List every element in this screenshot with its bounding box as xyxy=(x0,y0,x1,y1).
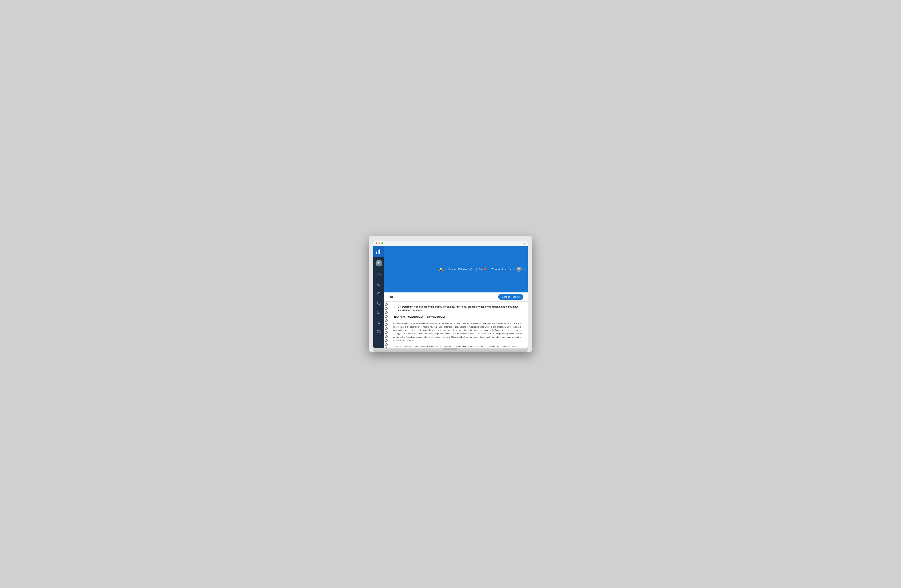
divider-2: | xyxy=(476,268,477,271)
sidebar-item-notes[interactable] xyxy=(375,318,383,326)
header-user-avatar[interactable]: JS xyxy=(516,267,522,272)
spiral-ring xyxy=(385,307,388,310)
sidebar: JS xyxy=(373,246,384,348)
spiral-ring xyxy=(385,335,388,338)
close-dot[interactable] xyxy=(376,242,377,244)
paragraph-2: There's an insurance company and they se… xyxy=(393,345,523,348)
spiral-ring xyxy=(385,347,388,348)
titlebar: ≡ xyxy=(373,241,528,246)
spiral-ring xyxy=(385,311,388,314)
laptop-notch xyxy=(443,348,458,350)
cart-button[interactable]: Cart 9 xyxy=(479,268,486,270)
main-area: ☰ 🔔 | Actuarial - P (Probability) ▾ | Ca… xyxy=(384,246,528,348)
divider-1: | xyxy=(445,268,446,271)
titlebar-menu-icon[interactable]: ≡ xyxy=(524,242,525,245)
online-indicator xyxy=(380,265,382,266)
course-selector[interactable]: Actuarial - P (Probability) ▾ xyxy=(448,268,474,270)
section-header: 📄 15. Determine conditional and marginal… xyxy=(393,305,523,312)
maximize-dot[interactable] xyxy=(381,242,383,244)
spiral-ring xyxy=(385,331,388,334)
minimize-dot[interactable] xyxy=(379,242,380,244)
topic-heading: Discrete Conditional Distributions xyxy=(393,315,523,319)
spiral-ring xyxy=(385,339,388,342)
sidebar-item-library[interactable] xyxy=(375,309,383,317)
cart-label: Cart xyxy=(479,268,483,270)
sidebar-nav xyxy=(375,269,383,348)
sidebar-item-practice[interactable] xyxy=(375,280,383,288)
sidebar-item-flashcards[interactable] xyxy=(375,328,383,335)
spiral-ring xyxy=(385,320,388,322)
header-right: 🔔 | Actuarial - P (Probability) ▾ | Cart… xyxy=(439,267,525,272)
bell-icon[interactable]: 🔔 xyxy=(439,268,443,271)
spiral-binding xyxy=(384,301,388,348)
laptop-base xyxy=(373,348,528,352)
course-dropdown-icon: ▾ xyxy=(473,268,474,270)
user-dropdown-icon[interactable]: ▾ xyxy=(524,268,525,270)
sidebar-logo xyxy=(373,246,384,257)
section-title: 15. Determine conditional and marginal p… xyxy=(398,305,523,312)
content-wrapper: 📄 15. Determine conditional and marginal… xyxy=(384,301,528,348)
spiral-ring xyxy=(385,328,388,330)
svg-rect-0 xyxy=(376,251,377,254)
spiral-ring xyxy=(385,323,388,326)
app-layout: JS xyxy=(373,246,528,348)
sidebar-item-quiz[interactable] xyxy=(375,290,383,298)
spiral-ring xyxy=(385,315,388,318)
header-menu-icon[interactable]: ☰ xyxy=(387,267,390,271)
reading-content: 📄 15. Determine conditional and marginal… xyxy=(388,301,528,348)
change-reading-button[interactable]: Change Reading xyxy=(498,294,523,300)
titlebar-dots xyxy=(376,242,383,244)
svg-rect-1 xyxy=(378,250,379,254)
svg-rect-7 xyxy=(379,321,379,321)
spiral-ring xyxy=(385,303,388,306)
sidebar-item-progress[interactable] xyxy=(375,299,383,307)
cart-badge: 9 xyxy=(484,268,486,270)
welcome-text: Welcome, James Smith xyxy=(491,268,514,270)
svg-rect-2 xyxy=(379,250,380,254)
spiral-ring xyxy=(385,343,388,346)
paragraph-1: In the univariate case, we've seen condi… xyxy=(393,322,523,342)
course-label: Actuarial - P (Probability) xyxy=(448,268,472,270)
divider-3: | xyxy=(488,268,489,271)
sidebar-item-reading[interactable] xyxy=(375,271,383,279)
document-icon: 📄 xyxy=(393,306,396,309)
sidebar-user-avatar[interactable]: JS xyxy=(376,260,382,267)
page-bar: Notes Change Reading xyxy=(384,292,528,301)
page-title: Notes xyxy=(389,295,397,299)
top-header: ☰ 🔔 | Actuarial - P (Probability) ▾ | Ca… xyxy=(384,246,528,292)
